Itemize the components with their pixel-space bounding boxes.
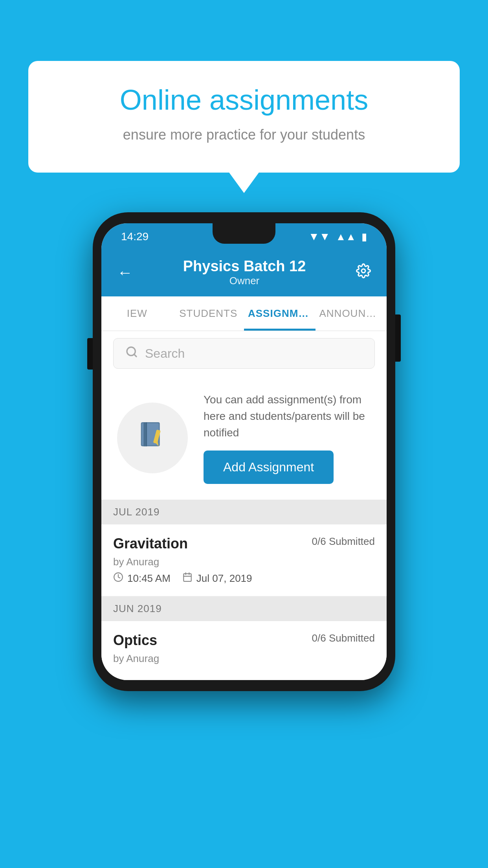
signal-icon: ▲▲	[336, 231, 356, 243]
assignment-prompt-text: You can add assignment(s) from here and …	[204, 392, 371, 441]
assignment-item-optics-top: Optics 0/6 Submitted	[113, 632, 375, 649]
search-placeholder: Search	[145, 346, 185, 361]
phone-wrapper: 14:29 ▼▼ ▲▲ ▮ ← Physics Batch 12 Owner	[93, 212, 395, 691]
status-bar: 14:29 ▼▼ ▲▲ ▮	[101, 223, 387, 248]
assignment-optics-name: Optics	[113, 632, 157, 649]
clock-icon	[113, 572, 123, 585]
section-header-jul: JUL 2019	[101, 500, 387, 524]
assignment-optics-submitted: 0/6 Submitted	[312, 632, 375, 644]
svg-point-0	[361, 269, 365, 273]
tab-iew[interactable]: IEW	[101, 296, 173, 331]
assignment-optics-by: by Anurag	[113, 653, 375, 665]
tabs-container: IEW STUDENTS ASSIGNMENTS ANNOUNCEME…	[101, 296, 387, 331]
bubble-subtitle: ensure more practice for your students	[56, 125, 432, 145]
svg-rect-5	[143, 422, 147, 446]
status-time: 14:29	[121, 230, 149, 243]
assignment-item-gravitation[interactable]: Gravitation 0/6 Submitted by Anurag 10:4…	[101, 524, 387, 596]
assignment-item-optics[interactable]: Optics 0/6 Submitted by Anurag	[101, 621, 387, 680]
status-icons: ▼▼ ▲▲ ▮	[308, 230, 367, 243]
add-assignment-prompt: You can add assignment(s) from here and …	[101, 376, 387, 500]
app-bar-subtitle: Owner	[183, 275, 306, 287]
assignment-prompt-content: You can add assignment(s) from here and …	[204, 392, 371, 484]
calendar-icon	[182, 572, 193, 585]
assignment-item-top: Gravitation 0/6 Submitted	[113, 535, 375, 552]
tab-students[interactable]: STUDENTS	[173, 296, 244, 331]
speech-bubble-container: Online assignments ensure more practice …	[28, 61, 460, 173]
phone-outer: 14:29 ▼▼ ▲▲ ▮ ← Physics Batch 12 Owner	[93, 212, 395, 691]
assignment-date: Jul 07, 2019	[182, 572, 252, 585]
assignment-icon-circle	[117, 403, 188, 473]
assignment-name: Gravitation	[113, 535, 188, 552]
tab-announcements[interactable]: ANNOUNCEME…	[316, 296, 387, 331]
assignment-submitted: 0/6 Submitted	[312, 535, 375, 548]
notch	[213, 223, 275, 244]
tab-assignments[interactable]: ASSIGNMENTS	[244, 296, 316, 331]
assignment-notebook-icon	[137, 419, 168, 457]
battery-icon: ▮	[361, 231, 367, 243]
assignment-time: 10:45 AM	[113, 572, 171, 585]
app-bar-center: Physics Batch 12 Owner	[183, 258, 306, 287]
app-bar-title: Physics Batch 12	[183, 258, 306, 275]
svg-rect-10	[183, 574, 191, 581]
settings-button[interactable]	[356, 263, 371, 282]
add-assignment-button[interactable]: Add Assignment	[204, 451, 334, 484]
search-box[interactable]: Search	[113, 338, 375, 369]
section-header-jun: JUN 2019	[101, 596, 387, 621]
svg-line-2	[134, 354, 136, 357]
app-bar: ← Physics Batch 12 Owner	[101, 248, 387, 296]
speech-bubble: Online assignments ensure more practice …	[28, 61, 460, 173]
assignment-meta: 10:45 AM Jul 07, 2019	[113, 572, 375, 585]
wifi-icon: ▼▼	[308, 230, 330, 243]
search-container: Search	[101, 331, 387, 376]
assignment-by: by Anurag	[113, 556, 375, 568]
bubble-title: Online assignments	[56, 85, 432, 116]
search-icon	[125, 346, 138, 361]
phone-screen: 14:29 ▼▼ ▲▲ ▮ ← Physics Batch 12 Owner	[101, 223, 387, 680]
back-button[interactable]: ←	[117, 264, 133, 281]
